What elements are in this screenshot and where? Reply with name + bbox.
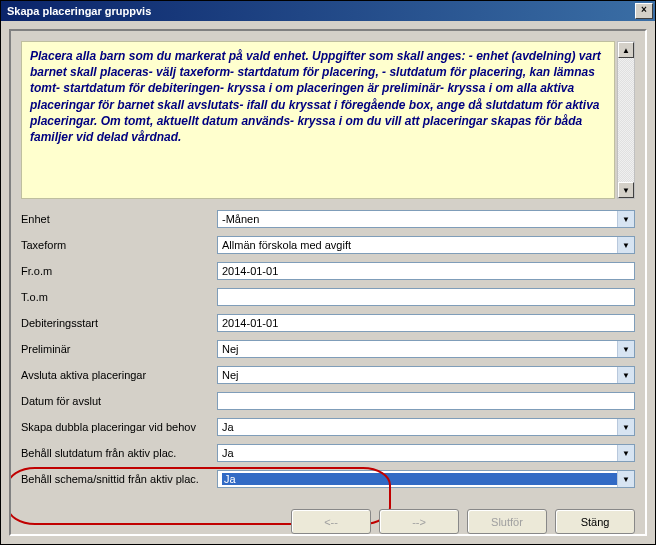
- label-debstart: Debiteringsstart: [21, 317, 217, 329]
- label-datavslut: Datum för avslut: [21, 395, 217, 407]
- row-taxeform: Taxeform Allmän förskola med avgift ▼: [21, 233, 635, 257]
- select-behallschema-value: Ja: [222, 473, 617, 485]
- window-title: Skapa placeringar gruppvis: [7, 5, 635, 17]
- close-button[interactable]: Stäng: [555, 509, 635, 534]
- content-frame: Placera alla barn som du markerat på val…: [9, 29, 647, 536]
- select-taxeform[interactable]: Allmän förskola med avgift ▼: [217, 236, 635, 254]
- scroll-track[interactable]: [618, 58, 634, 182]
- row-from: Fr.o.m 2014-01-01: [21, 259, 635, 283]
- row-prelim: Preliminär Nej ▼: [21, 337, 635, 361]
- client-area: Placera alla barn som du markerat på val…: [1, 21, 655, 544]
- dialog-window: Skapa placeringar gruppvis × Placera all…: [0, 0, 656, 545]
- help-scrollbar[interactable]: ▲ ▼: [617, 41, 635, 199]
- input-debstart-value: 2014-01-01: [222, 317, 278, 329]
- help-text: Placera alla barn som du markerat på val…: [21, 41, 615, 199]
- select-enhet[interactable]: -Månen ▼: [217, 210, 635, 228]
- row-behallschema: Behåll schema/snittid från aktiv plac. J…: [21, 467, 635, 491]
- close-icon[interactable]: ×: [635, 3, 653, 19]
- select-avsluta-value: Nej: [222, 369, 617, 381]
- chevron-down-icon[interactable]: ▼: [617, 367, 634, 383]
- row-behallslut: Behåll slutdatum från aktiv plac. Ja ▼: [21, 441, 635, 465]
- chevron-down-icon[interactable]: ▼: [617, 445, 634, 461]
- label-taxeform: Taxeform: [21, 239, 217, 251]
- select-dubbla[interactable]: Ja ▼: [217, 418, 635, 436]
- select-avsluta[interactable]: Nej ▼: [217, 366, 635, 384]
- finish-button[interactable]: Slutför: [467, 509, 547, 534]
- chevron-down-icon[interactable]: ▼: [617, 419, 634, 435]
- input-from-value: 2014-01-01: [222, 265, 278, 277]
- label-prelim: Preliminär: [21, 343, 217, 355]
- label-enhet: Enhet: [21, 213, 217, 225]
- button-bar: <-- --> Slutför Stäng: [291, 509, 635, 534]
- row-dubbla: Skapa dubbla placeringar vid behov Ja ▼: [21, 415, 635, 439]
- chevron-down-icon[interactable]: ▼: [617, 237, 634, 253]
- select-enhet-value: -Månen: [222, 213, 617, 225]
- row-debstart: Debiteringsstart 2014-01-01: [21, 311, 635, 335]
- select-behallslut[interactable]: Ja ▼: [217, 444, 635, 462]
- input-tom[interactable]: [217, 288, 635, 306]
- row-avsluta: Avsluta aktiva placeringar Nej ▼: [21, 363, 635, 387]
- select-behallschema[interactable]: Ja ▼: [217, 470, 635, 488]
- scroll-up-icon[interactable]: ▲: [618, 42, 634, 58]
- label-from: Fr.o.m: [21, 265, 217, 277]
- chevron-down-icon[interactable]: ▼: [617, 211, 634, 227]
- select-taxeform-value: Allmän förskola med avgift: [222, 239, 617, 251]
- label-dubbla: Skapa dubbla placeringar vid behov: [21, 421, 217, 433]
- select-prelim[interactable]: Nej ▼: [217, 340, 635, 358]
- form-area: Enhet -Månen ▼ Taxeform Allmän förskola …: [21, 207, 635, 491]
- title-bar: Skapa placeringar gruppvis ×: [1, 1, 655, 21]
- input-datavslut[interactable]: [217, 392, 635, 410]
- select-behallslut-value: Ja: [222, 447, 617, 459]
- row-tom: T.o.m: [21, 285, 635, 309]
- label-tom: T.o.m: [21, 291, 217, 303]
- input-debstart[interactable]: 2014-01-01: [217, 314, 635, 332]
- label-behallschema: Behåll schema/snittid från aktiv plac.: [21, 473, 217, 485]
- chevron-down-icon[interactable]: ▼: [617, 471, 634, 487]
- row-datavslut: Datum för avslut: [21, 389, 635, 413]
- scroll-down-icon[interactable]: ▼: [618, 182, 634, 198]
- chevron-down-icon[interactable]: ▼: [617, 341, 634, 357]
- back-button[interactable]: <--: [291, 509, 371, 534]
- label-avsluta: Avsluta aktiva placeringar: [21, 369, 217, 381]
- help-area: Placera alla barn som du markerat på val…: [21, 41, 635, 199]
- next-button[interactable]: -->: [379, 509, 459, 534]
- label-behallslut: Behåll slutdatum från aktiv plac.: [21, 447, 217, 459]
- select-prelim-value: Nej: [222, 343, 617, 355]
- select-dubbla-value: Ja: [222, 421, 617, 433]
- input-from[interactable]: 2014-01-01: [217, 262, 635, 280]
- row-enhet: Enhet -Månen ▼: [21, 207, 635, 231]
